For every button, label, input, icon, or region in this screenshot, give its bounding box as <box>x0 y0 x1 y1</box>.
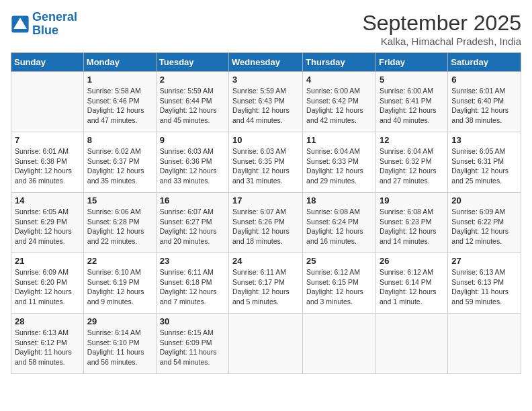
day-number: 9 <box>160 135 225 145</box>
title-block: September 2025 Kalka, Himachal Pradesh, … <box>362 11 521 47</box>
day-number: 19 <box>380 195 444 205</box>
logo-line1: General <box>32 10 77 24</box>
day-number: 26 <box>380 256 444 266</box>
day-number: 13 <box>451 135 517 145</box>
day-info: Sunrise: 6:12 AM Sunset: 6:14 PM Dayligh… <box>380 267 444 307</box>
header-cell-thursday: Thursday <box>303 53 376 72</box>
header-cell-tuesday: Tuesday <box>156 53 228 72</box>
day-cell: 14Sunrise: 6:05 AM Sunset: 6:29 PM Dayli… <box>11 193 84 253</box>
day-cell: 7Sunrise: 6:01 AM Sunset: 6:38 PM Daylig… <box>11 132 84 193</box>
day-cell <box>448 314 521 374</box>
day-info: Sunrise: 6:06 AM Sunset: 6:28 PM Dayligh… <box>87 207 152 246</box>
day-number: 6 <box>451 75 517 85</box>
day-cell: 8Sunrise: 6:02 AM Sunset: 6:37 PM Daylig… <box>83 132 156 193</box>
logo: General Blue <box>11 11 77 38</box>
calendar-body: 1Sunrise: 5:58 AM Sunset: 6:46 PM Daylig… <box>11 72 521 374</box>
day-cell <box>229 314 303 374</box>
day-info: Sunrise: 6:08 AM Sunset: 6:24 PM Dayligh… <box>306 207 372 246</box>
day-cell: 1Sunrise: 5:58 AM Sunset: 6:46 PM Daylig… <box>83 72 156 132</box>
day-number: 11 <box>306 135 372 145</box>
day-number: 16 <box>160 195 225 205</box>
header-cell-friday: Friday <box>375 53 447 72</box>
day-cell: 18Sunrise: 6:08 AM Sunset: 6:24 PM Dayli… <box>303 193 376 253</box>
day-cell: 20Sunrise: 6:09 AM Sunset: 6:22 PM Dayli… <box>448 193 521 253</box>
day-info: Sunrise: 6:01 AM Sunset: 6:40 PM Dayligh… <box>451 86 517 126</box>
day-cell: 28Sunrise: 6:13 AM Sunset: 6:12 PM Dayli… <box>11 314 84 374</box>
day-info: Sunrise: 6:12 AM Sunset: 6:15 PM Dayligh… <box>306 267 372 307</box>
day-info: Sunrise: 6:11 AM Sunset: 6:18 PM Dayligh… <box>160 267 225 307</box>
day-info: Sunrise: 6:08 AM Sunset: 6:23 PM Dayligh… <box>380 207 444 246</box>
day-info: Sunrise: 6:03 AM Sunset: 6:35 PM Dayligh… <box>232 146 299 186</box>
logo-text: General Blue <box>32 11 77 38</box>
day-info: Sunrise: 6:07 AM Sunset: 6:27 PM Dayligh… <box>160 207 225 246</box>
day-info: Sunrise: 6:04 AM Sunset: 6:32 PM Dayligh… <box>380 146 444 186</box>
day-number: 27 <box>451 256 517 266</box>
day-number: 10 <box>232 135 299 145</box>
day-info: Sunrise: 5:59 AM Sunset: 6:44 PM Dayligh… <box>160 86 225 126</box>
header-row: SundayMondayTuesdayWednesdayThursdayFrid… <box>11 53 521 72</box>
day-number: 25 <box>306 256 372 266</box>
header-cell-wednesday: Wednesday <box>229 53 303 72</box>
page-header: General Blue September 2025 Kalka, Himac… <box>11 11 521 47</box>
day-cell: 19Sunrise: 6:08 AM Sunset: 6:23 PM Dayli… <box>375 193 447 253</box>
calendar-table: SundayMondayTuesdayWednesdayThursdayFrid… <box>11 52 521 374</box>
day-cell: 23Sunrise: 6:11 AM Sunset: 6:18 PM Dayli… <box>156 253 228 314</box>
day-cell: 26Sunrise: 6:12 AM Sunset: 6:14 PM Dayli… <box>375 253 447 314</box>
week-row: 28Sunrise: 6:13 AM Sunset: 6:12 PM Dayli… <box>11 314 521 374</box>
day-info: Sunrise: 6:05 AM Sunset: 6:31 PM Dayligh… <box>451 146 517 186</box>
day-info: Sunrise: 6:09 AM Sunset: 6:20 PM Dayligh… <box>15 267 80 307</box>
week-row: 14Sunrise: 6:05 AM Sunset: 6:29 PM Dayli… <box>11 193 521 253</box>
day-info: Sunrise: 5:58 AM Sunset: 6:46 PM Dayligh… <box>87 86 152 126</box>
day-cell: 11Sunrise: 6:04 AM Sunset: 6:33 PM Dayli… <box>303 132 376 193</box>
header-cell-saturday: Saturday <box>448 53 521 72</box>
day-info: Sunrise: 6:00 AM Sunset: 6:41 PM Dayligh… <box>380 86 444 126</box>
day-info: Sunrise: 6:01 AM Sunset: 6:38 PM Dayligh… <box>15 146 80 186</box>
day-cell: 5Sunrise: 6:00 AM Sunset: 6:41 PM Daylig… <box>375 72 447 132</box>
day-cell <box>11 72 84 132</box>
week-row: 1Sunrise: 5:58 AM Sunset: 6:46 PM Daylig… <box>11 72 521 132</box>
day-info: Sunrise: 6:02 AM Sunset: 6:37 PM Dayligh… <box>87 146 152 186</box>
day-cell: 10Sunrise: 6:03 AM Sunset: 6:35 PM Dayli… <box>229 132 303 193</box>
day-number: 22 <box>87 256 152 266</box>
week-row: 21Sunrise: 6:09 AM Sunset: 6:20 PM Dayli… <box>11 253 521 314</box>
day-info: Sunrise: 6:10 AM Sunset: 6:19 PM Dayligh… <box>87 267 152 307</box>
day-cell: 17Sunrise: 6:07 AM Sunset: 6:26 PM Dayli… <box>229 193 303 253</box>
day-number: 12 <box>380 135 444 145</box>
day-number: 24 <box>232 256 299 266</box>
day-number: 1 <box>87 75 152 85</box>
day-number: 5 <box>380 75 444 85</box>
day-number: 29 <box>87 316 152 326</box>
day-cell: 4Sunrise: 6:00 AM Sunset: 6:42 PM Daylig… <box>303 72 376 132</box>
header-cell-sunday: Sunday <box>11 53 84 72</box>
day-info: Sunrise: 6:00 AM Sunset: 6:42 PM Dayligh… <box>306 86 372 126</box>
day-info: Sunrise: 5:59 AM Sunset: 6:43 PM Dayligh… <box>232 86 299 126</box>
day-number: 14 <box>15 195 80 205</box>
day-cell: 6Sunrise: 6:01 AM Sunset: 6:40 PM Daylig… <box>448 72 521 132</box>
logo-line2: Blue <box>32 24 58 37</box>
day-cell: 21Sunrise: 6:09 AM Sunset: 6:20 PM Dayli… <box>11 253 84 314</box>
day-info: Sunrise: 6:15 AM Sunset: 6:09 PM Dayligh… <box>160 328 225 367</box>
week-row: 7Sunrise: 6:01 AM Sunset: 6:38 PM Daylig… <box>11 132 521 193</box>
day-number: 15 <box>87 195 152 205</box>
day-number: 21 <box>15 256 80 266</box>
header-cell-monday: Monday <box>83 53 156 72</box>
day-cell: 16Sunrise: 6:07 AM Sunset: 6:27 PM Dayli… <box>156 193 228 253</box>
location-subtitle: Kalka, Himachal Pradesh, India <box>362 36 521 47</box>
day-number: 17 <box>232 195 299 205</box>
day-number: 4 <box>306 75 372 85</box>
day-cell <box>303 314 376 374</box>
day-info: Sunrise: 6:03 AM Sunset: 6:36 PM Dayligh… <box>160 146 225 186</box>
day-cell: 3Sunrise: 5:59 AM Sunset: 6:43 PM Daylig… <box>229 72 303 132</box>
day-info: Sunrise: 6:13 AM Sunset: 6:12 PM Dayligh… <box>15 328 80 367</box>
day-cell: 30Sunrise: 6:15 AM Sunset: 6:09 PM Dayli… <box>156 314 228 374</box>
day-cell: 25Sunrise: 6:12 AM Sunset: 6:15 PM Dayli… <box>303 253 376 314</box>
calendar-header: SundayMondayTuesdayWednesdayThursdayFrid… <box>11 53 521 72</box>
day-info: Sunrise: 6:07 AM Sunset: 6:26 PM Dayligh… <box>232 207 299 246</box>
day-number: 23 <box>160 256 225 266</box>
day-number: 2 <box>160 75 225 85</box>
day-cell: 15Sunrise: 6:06 AM Sunset: 6:28 PM Dayli… <box>83 193 156 253</box>
day-cell: 9Sunrise: 6:03 AM Sunset: 6:36 PM Daylig… <box>156 132 228 193</box>
day-number: 3 <box>232 75 299 85</box>
day-number: 30 <box>160 316 225 326</box>
day-number: 28 <box>15 316 80 326</box>
